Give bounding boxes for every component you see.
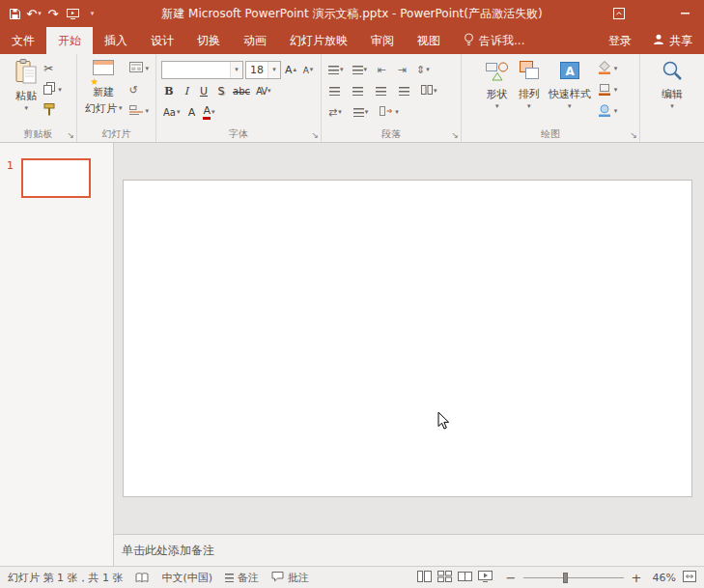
- font-group-label: 字体: [158, 126, 319, 142]
- tell-me-label: 告诉我...: [479, 33, 524, 49]
- tab-file[interactable]: 文件: [0, 27, 46, 54]
- slide-counter[interactable]: 幻灯片 第 1 张，共 1 张: [8, 571, 123, 585]
- tab-slideshow[interactable]: 幻灯片放映: [278, 27, 359, 54]
- ribbon-group-font: ▾ 18 ▾ A▴ A▾ B I U S abc AV▾: [156, 54, 322, 142]
- section-button[interactable]: ▾: [127, 102, 153, 120]
- paste-label: 粘贴: [15, 89, 37, 103]
- thumbnail-item[interactable]: 1: [7, 158, 113, 198]
- columns-icon: [421, 85, 433, 98]
- paste-button[interactable]: 粘贴 ▾: [12, 56, 41, 126]
- cut-button[interactable]: ✂: [41, 60, 65, 77]
- quick-styles-button[interactable]: A 快速样式 ▾: [545, 56, 595, 126]
- justify-button[interactable]: [396, 83, 411, 100]
- zoom-out-button[interactable]: −: [505, 571, 517, 585]
- convert-smartart-button[interactable]: ▾: [378, 104, 401, 122]
- align-center-button[interactable]: [350, 83, 365, 100]
- tab-animations[interactable]: 动画: [232, 27, 278, 54]
- ribbon-display-options-icon[interactable]: [611, 3, 627, 24]
- start-slideshow-icon[interactable]: [65, 3, 80, 24]
- decrease-indent-button[interactable]: ⇤: [374, 62, 389, 79]
- slide-1-thumbnail[interactable]: [21, 158, 91, 198]
- redo-icon[interactable]: ↷: [45, 3, 61, 24]
- tab-view[interactable]: 视图: [406, 27, 452, 54]
- font-name-caret-icon[interactable]: ▾: [230, 62, 242, 78]
- minimize-icon[interactable]: [677, 3, 692, 24]
- notes-toggle[interactable]: 备注: [225, 571, 259, 585]
- change-case-button[interactable]: Aa▾: [161, 104, 182, 122]
- shape-fill-button[interactable]: ▾: [595, 60, 621, 77]
- align-text-button[interactable]: ▾: [352, 104, 371, 122]
- share-button[interactable]: 共享: [641, 27, 704, 54]
- ribbon-tab-bar: 文件 开始 插入 设计 切换 动画 幻灯片放映 审阅 视图 告诉我... 登录 …: [0, 27, 704, 54]
- underline-button[interactable]: U: [196, 83, 211, 100]
- font-size-combo[interactable]: 18 ▾: [245, 61, 281, 79]
- tell-me-box[interactable]: 告诉我...: [452, 27, 536, 54]
- columns-button[interactable]: ▾: [419, 83, 439, 100]
- paste-caret-icon: ▾: [24, 105, 28, 112]
- reading-view-icon[interactable]: [458, 571, 472, 585]
- text-shadow-button[interactable]: S: [213, 83, 229, 100]
- shapes-button[interactable]: 形状 ▾: [481, 56, 514, 126]
- align-right-button[interactable]: [373, 83, 388, 100]
- character-spacing-button[interactable]: AV▾: [254, 83, 273, 100]
- editing-button[interactable]: 编辑 ▾: [657, 56, 688, 126]
- font-size-caret-icon[interactable]: ▾: [268, 62, 280, 78]
- fit-to-window-icon[interactable]: [683, 571, 696, 585]
- customize-qat-caret-icon[interactable]: ▾: [84, 3, 99, 24]
- numbering-button[interactable]: ▾: [351, 62, 370, 79]
- clear-formatting-button[interactable]: A: [183, 104, 199, 122]
- strikethrough-button[interactable]: abc: [231, 83, 252, 100]
- format-painter-button[interactable]: [41, 102, 65, 120]
- slide-layout-button[interactable]: ▾: [127, 60, 153, 77]
- slide-thumbnail-panel[interactable]: 1: [0, 143, 114, 566]
- shape-effects-button[interactable]: ▾: [595, 102, 621, 120]
- reset-slide-button[interactable]: ↺: [127, 81, 153, 98]
- tab-home[interactable]: 开始: [46, 27, 93, 54]
- tab-design[interactable]: 设计: [139, 27, 185, 54]
- zoom-level[interactable]: 46%: [649, 572, 676, 584]
- copy-icon: [43, 82, 55, 98]
- shrink-font-button[interactable]: A▾: [300, 62, 316, 79]
- new-slide-caret-icon: ▾: [119, 105, 123, 112]
- slideshow-view-icon[interactable]: [478, 571, 493, 585]
- font-color-button[interactable]: A▾: [201, 104, 216, 122]
- align-left-button[interactable]: [326, 83, 342, 100]
- arrange-button[interactable]: 排列 ▾: [514, 56, 545, 126]
- drawing-dialog-launcher-icon[interactable]: ↘: [630, 131, 637, 140]
- normal-view-icon[interactable]: [417, 571, 432, 585]
- sign-in-button[interactable]: 登录: [599, 27, 641, 54]
- save-icon[interactable]: [7, 3, 22, 24]
- zoom-in-button[interactable]: +: [631, 571, 642, 585]
- slide-canvas[interactable]: [123, 180, 692, 497]
- undo-icon[interactable]: ↶▾: [26, 3, 42, 24]
- shape-outline-button[interactable]: ▾: [595, 81, 621, 98]
- clipboard-dialog-launcher-icon[interactable]: ↘: [67, 131, 74, 140]
- paragraph-dialog-launcher-icon[interactable]: ↘: [451, 131, 459, 140]
- language-indicator[interactable]: 中文(中国): [161, 571, 212, 585]
- undo-caret-icon[interactable]: ▾: [38, 10, 42, 17]
- tab-insert[interactable]: 插入: [93, 27, 139, 54]
- font-dialog-launcher-icon[interactable]: ↘: [311, 131, 319, 140]
- shapes-caret-icon: ▾: [495, 103, 499, 110]
- copy-button[interactable]: ▾: [41, 81, 65, 98]
- italic-button[interactable]: I: [179, 83, 194, 100]
- slide-sorter-view-icon[interactable]: [437, 571, 452, 585]
- slide-editor-canvas[interactable]: [114, 143, 704, 534]
- font-size-value: 18: [246, 64, 268, 76]
- increase-indent-button[interactable]: ⇥: [394, 62, 409, 79]
- zoom-slider[interactable]: [523, 577, 624, 578]
- font-name-combo[interactable]: ▾: [161, 61, 243, 79]
- bold-button[interactable]: B: [161, 83, 177, 100]
- spell-check-icon[interactable]: [135, 573, 149, 583]
- notes-pane[interactable]: 单击此处添加备注: [114, 534, 704, 566]
- tab-transitions[interactable]: 切换: [185, 27, 232, 54]
- new-slide-button[interactable]: ★ 新建 幻灯片 ▾: [81, 56, 127, 126]
- text-direction-button[interactable]: ⇄▾: [326, 104, 344, 122]
- zoom-slider-thumb[interactable]: [563, 573, 568, 583]
- comments-toggle[interactable]: 批注: [271, 571, 309, 585]
- line-spacing-button[interactable]: ⇕▾: [414, 62, 432, 79]
- bullets-button[interactable]: ▾: [326, 62, 346, 79]
- statusbar-right: − + 46%: [417, 571, 696, 585]
- grow-font-button[interactable]: A▴: [283, 62, 298, 79]
- tab-review[interactable]: 审阅: [359, 27, 406, 54]
